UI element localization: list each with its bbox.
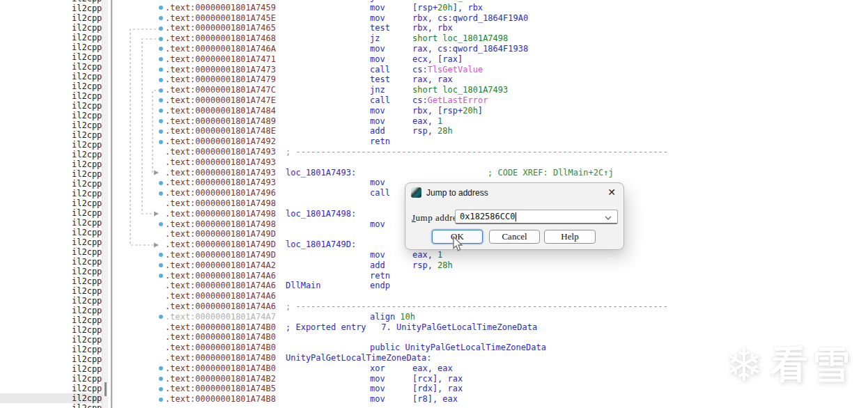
function-list-item[interactable]: il2cpp — [0, 374, 102, 384]
function-list-item[interactable]: il2cpp — [0, 218, 102, 228]
function-list-item[interactable]: il2cpp — [0, 257, 102, 267]
address: .text:00000001801A74B0 — [165, 332, 276, 343]
function-list-item[interactable]: il2cpp — [0, 208, 102, 218]
address: .text:00000001801A7468 — [165, 33, 276, 44]
cancel-button[interactable]: Cancel — [489, 230, 540, 244]
disasm-row[interactable]: .text:00000001801A746Amovrax, cs:qword_1… — [113, 44, 868, 54]
function-list-item[interactable]: il2cpp — [0, 120, 102, 130]
function-list-item[interactable]: il2cpp — [0, 296, 102, 306]
function-list-item[interactable]: il2cpp — [0, 198, 102, 208]
instruction-dot-icon — [159, 47, 163, 51]
disasm-row[interactable]: .text:00000001801A749Dmoveax, 1 — [113, 250, 868, 260]
function-list-item[interactable]: il2cpp — [0, 228, 102, 237]
function-list-item[interactable]: il2cpp — [0, 150, 102, 159]
function-list-item[interactable]: il2cpp — [0, 81, 102, 91]
disasm-row[interactable]: .text:00000001801A7473callcs:TlsGetValue — [113, 65, 868, 75]
disasm-row[interactable]: .text:00000001801A74B5mov[rdx], rax — [113, 384, 868, 394]
function-list-item[interactable]: il2cpp — [0, 111, 102, 120]
disasm-row[interactable]: .text:00000001801A7468jzshort loc_1801A7… — [113, 33, 868, 44]
function-list-item[interactable]: il2cpp — [0, 325, 102, 335]
address: .text:00000001801A749D — [165, 240, 276, 250]
jump-address-input[interactable]: 0x182586CC0 — [455, 210, 618, 224]
function-list-item[interactable]: il2cpp — [0, 335, 102, 345]
disasm-row[interactable]: .text:00000001801A74B8mov[r8], eax — [113, 394, 868, 405]
help-button[interactable]: Help — [544, 230, 596, 244]
disasm-row[interactable]: .text:00000001801A7479testrax, rax — [113, 74, 868, 85]
scrollbar-thumb[interactable] — [104, 382, 107, 396]
disasm-row[interactable]: .text:00000001801A7489moveax, 1 — [113, 116, 868, 127]
disasm-row[interactable]: .text:00000001801A74B2mov[rcx], rax — [113, 374, 868, 384]
disasm-row[interactable]: .text:00000001801A747Cjnzshort loc_1801A… — [113, 85, 868, 95]
address: .text:00000001801A745E — [165, 13, 276, 24]
function-list-item[interactable]: il2cpp — [0, 403, 102, 408]
address: .text:00000001801A7498 — [165, 198, 276, 209]
function-list-item[interactable]: il2cpp — [0, 33, 102, 42]
disasm-row[interactable]: .text:00000001801A7471movecx, [rax] — [113, 54, 868, 65]
function-list-item[interactable]: il2cpp — [0, 3, 102, 13]
disasm-row[interactable]: .text:00000001801A74A6; ----------------… — [113, 301, 868, 312]
function-list-item[interactable]: il2cpp — [0, 393, 102, 403]
instruction-dot-icon — [159, 387, 163, 391]
function-list-item[interactable]: il2cpp — [0, 140, 102, 150]
disasm-row[interactable]: .text:00000001801A7492retn — [113, 136, 868, 147]
disasm-row[interactable]: .text:00000001801A74B0public UnityPalGet… — [113, 343, 868, 353]
function-list-item[interactable]: il2cpp — [0, 101, 102, 111]
function-list-item[interactable]: il2cpp — [0, 189, 102, 198]
disasm-row[interactable]: .text:00000001801A74B0; Exported entry 7… — [113, 322, 868, 333]
disasm-row[interactable]: .text:00000001801A74A6retn — [113, 271, 868, 281]
operand: rax, cs:qword_1864F1938 — [412, 44, 528, 54]
function-list-item[interactable]: il2cpp — [0, 315, 102, 325]
code-label: loc_1801A7498: — [286, 209, 356, 219]
function-list-item[interactable]: il2cpp — [0, 72, 102, 81]
disasm-row[interactable]: .text:00000001801A748Eaddrsp, 28h — [113, 126, 868, 136]
function-list-item[interactable]: il2cpp — [0, 247, 102, 257]
disasm-row[interactable]: .text:00000001801A74B0xoreax, eax — [113, 363, 868, 374]
disasm-row[interactable]: .text:00000001801A74A2addrsp, 28h — [113, 260, 868, 271]
mnemonic: mov — [370, 374, 385, 384]
function-list-item[interactable]: il2cpp — [0, 237, 102, 247]
disasm-row[interactable]: .text:00000001801A74B0 — [113, 332, 868, 343]
disasm-row[interactable]: .text:00000001801A747Ecallcs:GetLastErro… — [113, 95, 868, 106]
disasm-row[interactable]: .text:00000001801A745Emovrbx, cs:qword_1… — [113, 13, 868, 24]
disasm-row[interactable]: .text:00000001801A74B0UnityPalGetLocalTi… — [113, 353, 868, 363]
function-list-item[interactable]: il2cpp — [0, 179, 102, 189]
function-name: il2cpp — [72, 42, 102, 52]
function-list-item[interactable]: il2cpp — [0, 169, 102, 179]
ok-button[interactable]: OK — [432, 230, 483, 244]
close-icon[interactable]: ✕ — [607, 187, 616, 198]
functions-scrollbar[interactable] — [102, 0, 108, 408]
chevron-down-icon[interactable] — [605, 216, 612, 220]
function-list-item[interactable]: il2cpp — [0, 13, 102, 23]
function-list-item[interactable]: il2cpp — [0, 62, 102, 72]
function-list-item[interactable]: il2cpp — [0, 364, 102, 374]
function-list-item[interactable]: il2cpp — [0, 286, 102, 296]
function-list-item[interactable]: il2cpp — [0, 354, 102, 364]
function-list-item[interactable]: il2cpp — [0, 159, 102, 169]
disasm-row[interactable]: .text:00000001801A7493 — [113, 157, 868, 168]
operand: short loc_1801A7498 — [412, 33, 508, 44]
function-list-item[interactable]: il2cpp — [0, 23, 102, 33]
function-name: il2cpp — [72, 52, 102, 62]
disasm-row[interactable]: .text:00000001801A74A6 — [113, 291, 868, 301]
mnemonic: call — [370, 188, 390, 198]
disasm-row[interactable]: .text:00000001801A74A6DllMainendp — [113, 281, 868, 291]
function-list-item[interactable]: il2cpp — [0, 130, 102, 140]
disasm-row[interactable]: .text:00000001801A74A7align 10h — [113, 312, 868, 322]
function-list-item[interactable]: il2cpp — [0, 276, 102, 286]
function-name: il2cpp — [72, 393, 102, 403]
function-list-item[interactable]: il2cpp — [0, 384, 102, 393]
function-list-item[interactable]: il2cpp — [0, 306, 102, 315]
address: .text:00000001801A749D — [165, 229, 276, 240]
disasm-row[interactable]: .text:00000001801A7465testrbx, rbx — [113, 23, 868, 33]
function-list-item[interactable]: il2cpp — [0, 52, 102, 62]
disasm-row[interactable]: .text:00000001801A7493loc_1801A7493:; CO… — [113, 168, 868, 178]
address: .text:00000001801A7498 — [165, 209, 276, 219]
disasm-row[interactable]: .text:00000001801A7459mov[rsp+20h], rbx — [113, 3, 868, 13]
function-list-item[interactable]: il2cpp — [0, 267, 102, 276]
disasm-row[interactable]: .text:00000001801A7493; ----------------… — [113, 147, 868, 157]
function-list-item[interactable]: il2cpp — [0, 91, 102, 101]
function-list-item[interactable]: il2cpp — [0, 345, 102, 354]
disasm-row[interactable]: .text:00000001801A7484movrbx, [rsp+20h] — [113, 106, 868, 116]
function-name: il2cpp — [72, 276, 102, 286]
function-list-item[interactable]: il2cpp — [0, 42, 102, 52]
